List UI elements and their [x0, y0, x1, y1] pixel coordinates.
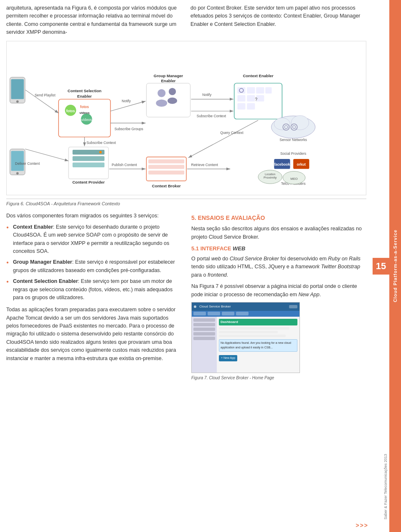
- subsection-title: 5.1 INTERFACE WEB: [191, 245, 366, 253]
- figure-7-screenshot: Cloud Service Broker: [191, 302, 300, 373]
- item-bold-3: Content Selection Enabler: [13, 278, 78, 284]
- subsection-type: WEB: [233, 245, 245, 252]
- svg-text:MEO: MEO: [290, 176, 297, 180]
- svg-point-21: [169, 88, 176, 95]
- screenshot-button: [289, 305, 297, 308]
- svg-text:Context Enabler: Context Enabler: [243, 73, 273, 78]
- screenshot-dashboard-title: Dashboard: [219, 319, 297, 325]
- svg-text:Retrieve Content: Retrieve Content: [191, 163, 218, 167]
- svg-text:Group Manager: Group Manager: [154, 73, 183, 78]
- svg-rect-5: [11, 151, 24, 171]
- sidebar-item: [193, 318, 215, 322]
- svg-text:fotos: fotos: [80, 104, 89, 108]
- figure-caption-text: Figura 6. Cloud4SOA - Arquitetura Framew…: [6, 201, 120, 206]
- svg-text:vídeos: vídeos: [79, 111, 89, 114]
- section-number: 5: [191, 214, 195, 221]
- lower-section: Dos vários componentes foram migrados os…: [6, 212, 366, 381]
- diagram-container: fotos vídeos fotos vídeos Content Select…: [6, 41, 366, 195]
- svg-rect-32: [247, 95, 255, 101]
- svg-rect-49: [73, 162, 104, 167]
- svg-text:Enabler: Enabler: [77, 93, 92, 98]
- lower-bottom-para: Todas as aplicações foram preparadas par…: [6, 306, 181, 363]
- svg-rect-28: [247, 87, 255, 93]
- chevron-3: >: [364, 522, 368, 529]
- subsection-number: 5.1: [191, 245, 199, 252]
- svg-text:Publish Content: Publish Content: [112, 163, 137, 167]
- screenshot-sidebar: [192, 317, 217, 373]
- sidebar-item: [193, 328, 215, 331]
- svg-text:Proximity: Proximity: [264, 175, 277, 179]
- intro-right: do por Context Broker. Este servidor tem…: [190, 4, 366, 37]
- sidebar-item: [193, 323, 215, 326]
- intro-right-text: do por Context Broker. Este servidor tem…: [190, 4, 366, 28]
- subsection-label: INTERFACE: [200, 245, 231, 252]
- svg-rect-48: [73, 156, 104, 161]
- svg-text:fotos: fotos: [66, 109, 75, 113]
- svg-rect-30: [265, 87, 272, 93]
- item-bold-1: Context Enabler: [13, 224, 53, 230]
- nav-item-2: [208, 312, 220, 315]
- svg-point-6: [16, 172, 19, 174]
- sidebar-item: [193, 332, 215, 335]
- content-bar: [219, 335, 286, 337]
- main-content: arquitetura, apresentada na Figura 6, é …: [0, 0, 389, 391]
- svg-text:Content Selection: Content Selection: [68, 88, 102, 93]
- screenshot-content: Dashboard No Applications found. Are you…: [192, 317, 299, 373]
- right-para1: O portal web do Cloud Service Broker foi…: [191, 255, 366, 279]
- svg-rect-31: [237, 95, 245, 101]
- chevron-2: >: [360, 522, 363, 529]
- svg-text:Location: Location: [265, 173, 276, 176]
- svg-text:Notify: Notify: [202, 92, 212, 96]
- svg-point-22: [168, 97, 177, 103]
- svg-rect-35: [237, 103, 245, 109]
- svg-rect-36: [247, 103, 255, 109]
- svg-text:Subscribe Context: Subscribe Context: [197, 113, 226, 118]
- intro-left-text: arquitetura, apresentada na Figura 6, é …: [6, 4, 182, 37]
- svg-rect-29: [256, 87, 264, 93]
- chevron-1: >: [355, 522, 359, 529]
- screenshot-alert: No Applications found. Are you looking f…: [219, 339, 297, 352]
- bottom-chevrons: > > >: [355, 522, 368, 529]
- svg-text:Send Playlist: Send Playlist: [35, 93, 56, 97]
- lower-left-col: Dos vários componentes foram migrados os…: [6, 212, 181, 381]
- figure-7-container: Cloud Service Broker: [191, 302, 300, 381]
- svg-text:Notify: Notify: [122, 99, 131, 103]
- nav-item-1: [193, 312, 206, 315]
- svg-text:Query Context: Query Context: [220, 130, 244, 134]
- sidebar-label: Cloud Platform-as-a-Service: [393, 229, 398, 302]
- list-item-context-enabler: Context Enabler: Este serviço foi desenh…: [6, 223, 181, 256]
- right-para2: Na Figura 7 é possível observar a página…: [191, 282, 366, 299]
- svg-text:facebook: facebook: [274, 162, 290, 166]
- svg-point-20: [156, 99, 167, 106]
- svg-text:Content Provider: Content Provider: [72, 180, 105, 184]
- screenshot-header: Cloud Service Broker: [192, 303, 299, 311]
- svg-text:Context Broker: Context Broker: [152, 183, 181, 188]
- svg-text:Subscribe Groups: Subscribe Groups: [114, 127, 143, 131]
- svg-text:orkut: orkut: [297, 162, 306, 166]
- svg-rect-57: [148, 159, 184, 163]
- sidebar-item: [193, 337, 215, 340]
- svg-text:vídeos: vídeos: [81, 118, 91, 122]
- right-intro: Nesta seção são descritos alguns dos ens…: [191, 225, 366, 241]
- list-item-group-manager: Group Manager Enabler: Este serviço é re…: [6, 258, 181, 275]
- svg-text:?: ?: [255, 97, 257, 102]
- content-bar: [219, 331, 278, 333]
- screenshot-app-name: Cloud Service Broker: [199, 304, 231, 309]
- svg-text:Deliver Content: Deliver Content: [15, 161, 40, 166]
- header-logo: [194, 305, 196, 308]
- screenshot-new-app-button: + New App: [219, 355, 237, 361]
- nav-item-3: [222, 312, 234, 315]
- diagram-svg: fotos vídeos fotos vídeos Content Select…: [7, 41, 366, 195]
- svg-text:Sensor Networks: Sensor Networks: [279, 137, 307, 141]
- svg-point-68: [274, 118, 290, 130]
- page-number: 15: [373, 258, 389, 275]
- saber-fazer-label: Saber & Fazer Telecomunicações 2013: [383, 454, 388, 519]
- svg-text:Enabler: Enabler: [161, 78, 175, 83]
- svg-point-69: [291, 115, 309, 129]
- svg-text:Social Providers: Social Providers: [280, 151, 306, 156]
- lower-list: Context Enabler: Este serviço foi desenh…: [6, 223, 181, 302]
- svg-point-50: [99, 151, 102, 153]
- intro-section: arquitetura, apresentada na Figura 6, é …: [6, 4, 366, 37]
- right-sidebar: Cloud Platform-as-a-Service: [389, 0, 401, 532]
- section-title: 5. ENSAIOS E AVALIAÇÃO: [191, 214, 366, 223]
